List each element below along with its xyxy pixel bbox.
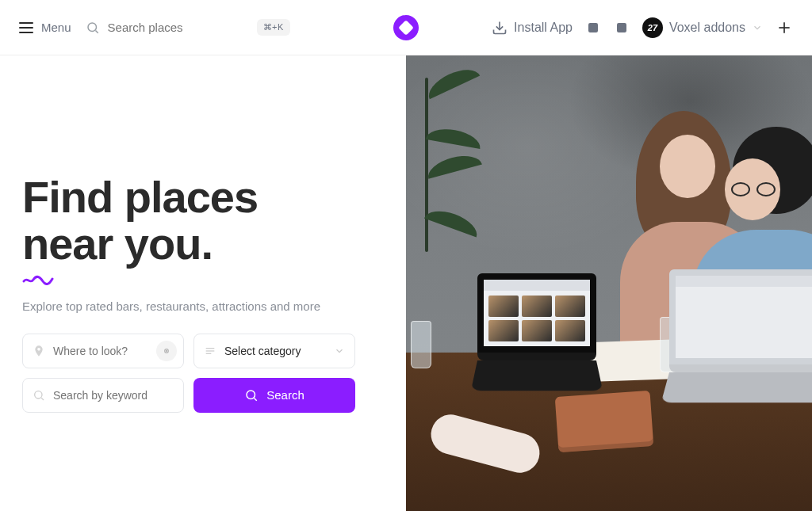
add-button[interactable] bbox=[776, 19, 793, 36]
header-search[interactable] bbox=[86, 21, 211, 35]
target-icon[interactable] bbox=[156, 341, 177, 361]
menu-label: Menu bbox=[41, 21, 71, 34]
search-button-label: Search bbox=[266, 388, 304, 402]
glass-prop bbox=[411, 321, 431, 368]
search-form: Select category Search bbox=[22, 334, 355, 413]
avatar: 27 bbox=[642, 17, 663, 38]
hero-panel: Find places near you. Explore top rated … bbox=[0, 55, 406, 511]
top-header: Menu ⌘+K Install App 27 Voxel addons bbox=[0, 0, 812, 55]
header-action-icon-1[interactable] bbox=[585, 20, 601, 36]
laptop-silver bbox=[669, 269, 812, 420]
header-right: Install App 27 Voxel addons bbox=[492, 17, 793, 38]
svg-point-0 bbox=[88, 23, 97, 32]
user-menu[interactable]: 27 Voxel addons bbox=[642, 17, 763, 38]
header-left: Menu ⌘+K bbox=[19, 19, 290, 36]
search-icon bbox=[33, 389, 45, 402]
keyword-field[interactable] bbox=[22, 378, 184, 413]
plant-decoration bbox=[411, 78, 442, 252]
svg-point-8 bbox=[166, 350, 167, 351]
header-search-input[interactable] bbox=[108, 21, 211, 34]
download-icon bbox=[492, 20, 508, 36]
hero-title: Find places near you. bbox=[22, 174, 384, 268]
search-icon bbox=[244, 388, 259, 402]
svg-point-14 bbox=[247, 391, 255, 399]
chevron-down-icon bbox=[752, 22, 763, 33]
svg-line-15 bbox=[255, 398, 257, 400]
user-name-label: Voxel addons bbox=[669, 21, 745, 35]
hero-subtitle: Explore top rated bars, restaurants, att… bbox=[22, 299, 384, 313]
install-app-button[interactable]: Install App bbox=[492, 20, 573, 36]
notebook-prop bbox=[555, 391, 654, 452]
hero-title-line2: near you. bbox=[22, 219, 213, 269]
menu-button[interactable]: Menu bbox=[19, 21, 71, 34]
keyword-input[interactable] bbox=[53, 389, 174, 402]
logo-diamond-icon bbox=[398, 20, 414, 36]
install-app-label: Install App bbox=[514, 21, 573, 35]
underline-squiggle-icon bbox=[22, 274, 54, 285]
category-label: Select category bbox=[224, 345, 301, 357]
hamburger-icon bbox=[19, 22, 33, 33]
pin-icon bbox=[33, 345, 45, 357]
list-icon bbox=[204, 345, 216, 357]
svg-rect-4 bbox=[617, 23, 626, 32]
svg-line-13 bbox=[41, 398, 44, 400]
svg-point-12 bbox=[35, 391, 42, 398]
chevron-down-icon bbox=[334, 345, 345, 357]
location-field[interactable] bbox=[22, 334, 184, 368]
main-split: Find places near you. Explore top rated … bbox=[0, 55, 812, 511]
search-button[interactable]: Search bbox=[193, 378, 355, 413]
header-action-icon-2[interactable] bbox=[614, 20, 630, 36]
search-icon bbox=[86, 21, 100, 35]
svg-line-1 bbox=[95, 30, 98, 32]
svg-rect-3 bbox=[588, 23, 598, 32]
category-select[interactable]: Select category bbox=[193, 334, 355, 368]
brand-logo[interactable] bbox=[393, 15, 419, 40]
hero-title-line1: Find places bbox=[22, 172, 258, 222]
hero-image bbox=[406, 55, 812, 511]
keyboard-shortcut-badge: ⌘+K bbox=[257, 19, 290, 36]
laptop-dark bbox=[477, 273, 596, 408]
